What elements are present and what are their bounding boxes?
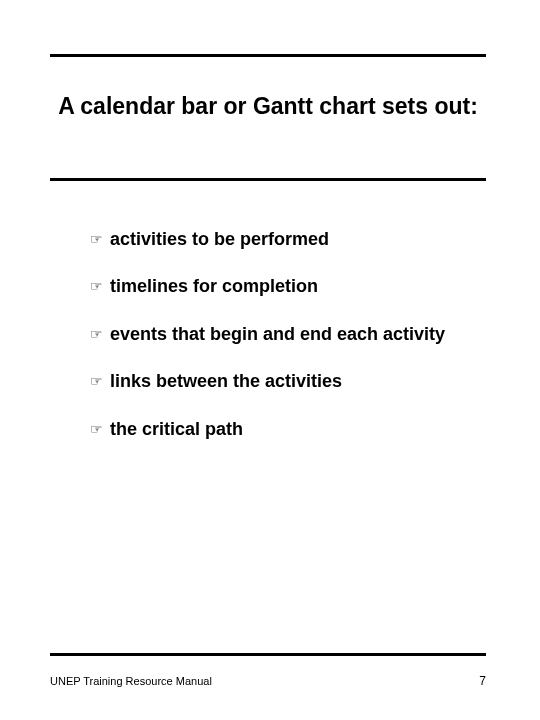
bullet-list: ☞ activities to be performed ☞ timelines…: [90, 228, 468, 465]
pointing-hand-icon: ☞: [90, 370, 110, 392]
footer-source: UNEP Training Resource Manual: [50, 675, 212, 687]
list-item-text: events that begin and end each activity: [110, 323, 445, 346]
mid-divider: [50, 178, 486, 181]
pointing-hand-icon: ☞: [90, 228, 110, 250]
pointing-hand-icon: ☞: [90, 323, 110, 345]
list-item-text: activities to be performed: [110, 228, 329, 251]
pointing-hand-icon: ☞: [90, 418, 110, 440]
page-title: A calendar bar or Gantt chart sets out:: [50, 92, 486, 121]
list-item: ☞ timelines for completion: [90, 275, 468, 298]
footer: UNEP Training Resource Manual 7: [50, 674, 486, 688]
list-item: ☞ events that begin and end each activit…: [90, 323, 468, 346]
bottom-divider: [50, 653, 486, 656]
list-item: ☞ the critical path: [90, 418, 468, 441]
page-number: 7: [479, 674, 486, 688]
top-divider: [50, 54, 486, 57]
slide-page: A calendar bar or Gantt chart sets out: …: [0, 0, 540, 720]
list-item-text: timelines for completion: [110, 275, 318, 298]
list-item-text: links between the activities: [110, 370, 342, 393]
list-item: ☞ links between the activities: [90, 370, 468, 393]
list-item: ☞ activities to be performed: [90, 228, 468, 251]
pointing-hand-icon: ☞: [90, 275, 110, 297]
list-item-text: the critical path: [110, 418, 243, 441]
